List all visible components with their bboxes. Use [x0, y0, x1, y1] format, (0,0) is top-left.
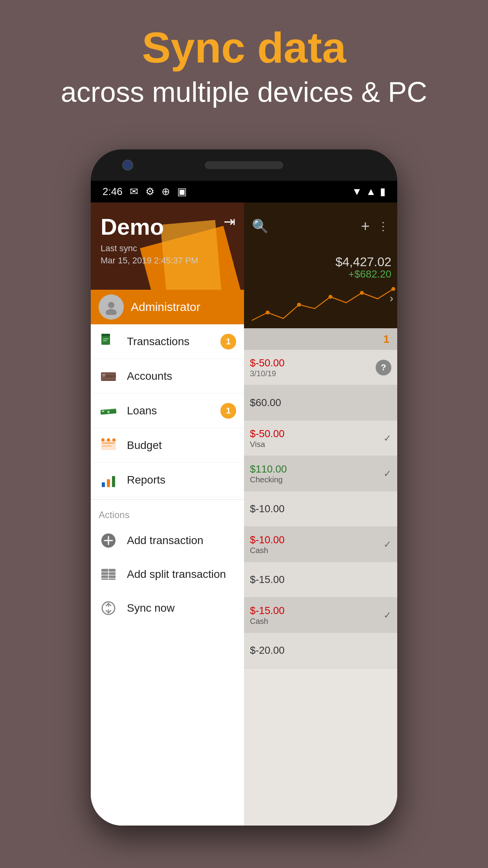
- checkmark-icon: ✓: [383, 433, 391, 444]
- status-bar: 2:46 ✉ ⚙ ⊕ ▣ ▼ ▲ ▮: [91, 181, 397, 202]
- tx-date: 3/10/19: [250, 369, 284, 378]
- tx-label: Cash: [250, 617, 284, 626]
- tx-amount-container: $-50.00 Visa: [250, 428, 284, 449]
- menu-item-reports[interactable]: Reports: [91, 463, 244, 497]
- menu-divider: [91, 499, 244, 500]
- table-row[interactable]: $-15.00: [244, 562, 397, 598]
- table-row[interactable]: $-50.00 3/10/19 ?: [244, 350, 397, 385]
- table-row[interactable]: $-10.00: [244, 491, 397, 527]
- budget-icon: [99, 436, 118, 455]
- svg-rect-4: [103, 338, 108, 339]
- tx-amount: $-15.00: [250, 574, 284, 586]
- exit-icon[interactable]: ⇥: [224, 213, 235, 230]
- chart-arrow-icon[interactable]: ›: [390, 292, 393, 305]
- tx-label: Checking: [250, 475, 287, 484]
- action-sync-now[interactable]: Sync now: [99, 591, 236, 625]
- reports-icon: [99, 470, 118, 490]
- user-avatar: [99, 294, 124, 320]
- add-split-transaction-icon: [99, 565, 118, 584]
- tx-amount-container: $110.00 Checking: [250, 463, 287, 484]
- tx-amount: $60.00: [250, 397, 281, 409]
- tx-amount: $110.00: [250, 463, 287, 475]
- user-row[interactable]: Administrator: [91, 290, 244, 324]
- table-row[interactable]: $-20.00: [244, 633, 397, 668]
- loans-label: Loans: [127, 405, 212, 417]
- svg-rect-8: [102, 374, 105, 377]
- table-row[interactable]: $-15.00 Cash ✓: [244, 598, 397, 633]
- chart-amounts: $4,427.02 +$682.20: [336, 256, 391, 280]
- table-row[interactable]: $-50.00 Visa ✓: [244, 421, 397, 456]
- search-icon[interactable]: 🔍: [252, 218, 268, 234]
- phone-frame: 2:46 ✉ ⚙ ⊕ ▣ ▼ ▲ ▮ Demo Last sync: [91, 149, 397, 826]
- tx-amount: $-10.00: [250, 534, 284, 546]
- drawer-panel: Demo Last sync Mar 15, 2019 2:45:37 PM ⇥: [91, 202, 244, 826]
- add-transaction-icon: [99, 531, 118, 550]
- table-row[interactable]: $60.00: [244, 385, 397, 421]
- svg-rect-23: [112, 476, 115, 487]
- tx-amount-container: $-20.00: [250, 644, 284, 657]
- right-panel: 🔍 + ⋮ $4,427.02 +$682.20: [244, 202, 397, 826]
- svg-rect-3: [101, 334, 110, 336]
- tx-action: ✓: [383, 610, 391, 621]
- checkmark-icon: ✓: [383, 539, 391, 550]
- action-add-split-transaction[interactable]: Add split transaction: [99, 557, 236, 591]
- chart-amount-main: $4,427.02: [336, 256, 391, 268]
- actions-section: Actions Add transaction: [91, 502, 244, 629]
- svg-rect-13: [102, 410, 104, 412]
- phone-top-bar: [91, 149, 397, 181]
- tx-label: Visa: [250, 440, 284, 449]
- add-split-transaction-label: Add split transaction: [127, 568, 226, 581]
- add-icon[interactable]: +: [361, 218, 370, 235]
- svg-point-19: [107, 438, 110, 441]
- mail-icon: ✉: [130, 186, 138, 198]
- checkmark-icon: ✓: [383, 610, 391, 621]
- accounts-icon: [99, 366, 118, 386]
- transactions-icon: [99, 332, 118, 351]
- time-display: 2:46: [103, 186, 123, 198]
- svg-point-18: [101, 438, 105, 441]
- phone-speaker: [205, 161, 283, 169]
- action-add-transaction[interactable]: Add transaction: [99, 524, 236, 557]
- reports-label: Reports: [127, 474, 236, 486]
- drawer-header: Demo Last sync Mar 15, 2019 2:45:37 PM ⇥: [91, 202, 244, 324]
- tx-amount: $-20.00: [250, 644, 284, 657]
- more-icon[interactable]: ⋮: [378, 220, 389, 233]
- sync-now-label: Sync now: [127, 602, 174, 614]
- svg-point-36: [360, 291, 364, 295]
- sync-info: Last sync Mar 15, 2019 2:45:37 PM: [101, 243, 234, 267]
- status-right: ▼ ▲ ▮: [352, 186, 385, 198]
- sim-icon: ▣: [177, 186, 187, 198]
- tx-amount-container: $60.00: [250, 397, 281, 409]
- signal-icon: ▲: [366, 186, 376, 198]
- svg-point-34: [297, 303, 301, 307]
- chart-svg-container: [244, 277, 397, 328]
- tx-amount-container: $-50.00 3/10/19: [250, 357, 284, 378]
- svg-point-20: [112, 438, 116, 441]
- tx-action: ✓: [383, 539, 391, 550]
- tx-amount-container: $-10.00 Cash: [250, 534, 284, 555]
- svg-rect-22: [107, 479, 110, 487]
- sync-date: Mar 15, 2019 2:45:37 PM: [101, 256, 198, 265]
- tx-action: ✓: [383, 433, 391, 444]
- settings-icon: ⚙: [145, 186, 154, 198]
- menu-item-budget[interactable]: Budget: [91, 428, 244, 463]
- menu-item-loans[interactable]: Loans 1: [91, 394, 244, 428]
- transactions-badge: 1: [220, 334, 236, 349]
- tx-amount: $-15.00: [250, 605, 284, 617]
- loans-icon: [99, 401, 118, 421]
- svg-point-0: [108, 302, 114, 308]
- accounts-label: Accounts: [127, 370, 236, 383]
- tx-amount: $-50.00: [250, 357, 284, 369]
- phone-camera: [122, 160, 133, 171]
- menu-item-accounts[interactable]: Accounts: [91, 359, 244, 394]
- tx-action: ?: [376, 360, 391, 375]
- menu-item-transactions[interactable]: Transactions 1: [91, 324, 244, 359]
- drawer-menu: Transactions 1 Accounts: [91, 324, 244, 826]
- table-row[interactable]: $110.00 Checking ✓: [244, 456, 397, 491]
- svg-point-35: [328, 295, 332, 299]
- tx-question-icon: ?: [376, 360, 391, 375]
- table-row[interactable]: $-10.00 Cash ✓: [244, 527, 397, 562]
- transaction-header-row: 1: [244, 328, 397, 350]
- svg-point-37: [391, 287, 395, 291]
- drawer-header-content: Demo Last sync Mar 15, 2019 2:45:37 PM: [91, 202, 244, 274]
